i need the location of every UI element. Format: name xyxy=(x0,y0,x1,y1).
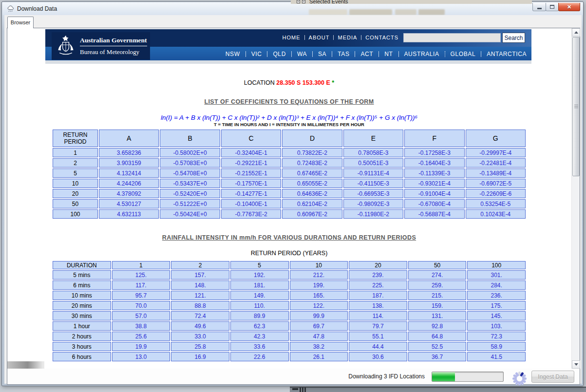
search-input[interactable] xyxy=(403,33,501,42)
state-nav-link-global[interactable]: GLOBAL xyxy=(450,51,477,57)
column-header: RETURN PERIOD xyxy=(53,130,98,147)
data-cell: 199. xyxy=(290,280,348,290)
column-header: C xyxy=(221,130,281,147)
background-window-tab xyxy=(309,9,347,15)
scroll-down-button[interactable] xyxy=(572,360,580,369)
column-header: G xyxy=(466,130,526,147)
data-cell: 274. xyxy=(408,270,467,280)
equation: ln(I) = A + B x (ln(T)) + C x (ln(T))² +… xyxy=(52,114,527,122)
ingest-data-button[interactable]: Ingest Data xyxy=(531,371,574,383)
column-header: F xyxy=(404,130,464,147)
data-cell: 19.9 xyxy=(112,342,170,351)
tab-browser[interactable]: Browser xyxy=(7,17,34,28)
maximize-button[interactable] xyxy=(546,3,559,11)
data-cell: 125. xyxy=(112,270,170,280)
data-cell: 187. xyxy=(349,291,407,300)
data-cell: 4.530127 xyxy=(99,199,159,208)
data-cell: 4.378092 xyxy=(99,189,159,198)
data-cell: -0.17258E-3 xyxy=(404,148,464,157)
state-nav-link-sa[interactable]: SA xyxy=(317,51,327,57)
location-label: LOCATION xyxy=(244,79,275,86)
coefficients-heading: LIST OF COEFFICIENTS TO EQUATIONS OF THE… xyxy=(52,98,527,106)
scrollbar-thumb[interactable] xyxy=(572,37,580,176)
table-row: 54.132414-0.54708E+0-0.21552E-10.67465E-… xyxy=(53,168,526,178)
table-row: 5 mins125.157.192.212.239.274.301. xyxy=(53,270,526,280)
data-cell: 225. xyxy=(349,280,407,290)
nav-separator xyxy=(267,51,267,57)
data-cell: 38.2 xyxy=(290,342,348,351)
data-cell: 0.62104E-2 xyxy=(282,199,342,208)
row-header: 6 mins xyxy=(53,280,111,290)
state-nav-link-vic[interactable]: VIC xyxy=(250,51,263,57)
data-cell: 3.658236 xyxy=(99,148,159,157)
data-cell: 181. xyxy=(230,280,289,290)
data-cell: 131. xyxy=(408,311,467,320)
row-header: 1 xyxy=(53,148,98,157)
nav-separator xyxy=(333,35,334,40)
data-cell: -0.17570E-1 xyxy=(221,179,281,188)
data-cell: 4.244206 xyxy=(99,179,159,188)
minimize-button[interactable] xyxy=(532,3,546,11)
column-header: 100 xyxy=(467,261,526,269)
utility-nav-link-about[interactable]: ABOUT xyxy=(309,35,330,40)
status-message: Downloading 3 IFD Locations xyxy=(348,373,425,380)
window-title: Download Data xyxy=(17,5,57,12)
title-bar: Download Data xyxy=(2,2,583,15)
search-button[interactable]: Search xyxy=(502,33,525,43)
state-nav-link-wa[interactable]: WA xyxy=(296,51,308,57)
data-cell: -0.13489E-4 xyxy=(466,168,526,178)
location-line: LOCATION 28.350 S 153.300 E * xyxy=(52,79,527,87)
data-cell: -0.66953E-3 xyxy=(343,189,403,198)
data-cell: 16.9 xyxy=(171,352,229,361)
state-nav-link-tas[interactable]: TAS xyxy=(337,51,350,57)
row-header: 20 xyxy=(53,189,98,198)
return-period-subheading: RETURN PERIOD (YEARS) xyxy=(52,250,527,257)
data-cell: 36.7 xyxy=(408,352,467,361)
row-header: 30 mins xyxy=(53,311,111,320)
data-cell: 192. xyxy=(230,270,289,280)
arrow-up-icon xyxy=(574,31,578,34)
progress-fill xyxy=(432,372,455,381)
data-cell: 121. xyxy=(171,291,229,300)
bom-header: HOMEABOUTMEDIACONTACTS Search NSWVICQLDW… xyxy=(45,29,531,60)
coefficients-table: RETURN PERIODABCDEFG13.658236-0.58002E+0… xyxy=(52,129,527,220)
utility-nav-link-media[interactable]: MEDIA xyxy=(338,35,357,40)
data-cell: 165. xyxy=(290,291,348,300)
state-nav-link-act[interactable]: ACT xyxy=(359,51,374,57)
data-cell: 22.6 xyxy=(230,352,289,361)
data-cell: 0.60967E-2 xyxy=(282,209,342,219)
browser-tab-page: HOMEABOUTMEDIACONTACTS Search NSWVICQLDW… xyxy=(7,28,580,385)
nav-separator xyxy=(398,51,399,57)
state-nav-link-antarctica[interactable]: ANTARCTICA xyxy=(486,51,528,57)
nav-separator xyxy=(355,51,355,57)
nav-separator xyxy=(304,35,305,40)
scroll-up-button[interactable] xyxy=(572,28,580,37)
utility-nav-link-contacts[interactable]: CONTACTS xyxy=(365,35,398,40)
data-cell: -0.93021E-4 xyxy=(404,179,464,188)
data-cell: -0.53437E+0 xyxy=(160,179,220,188)
data-cell: 57.0 xyxy=(112,311,170,320)
utility-nav-link-home[interactable]: HOME xyxy=(283,35,301,40)
data-cell: 0.50051E-3 xyxy=(343,158,403,168)
vertical-scrollbar[interactable] xyxy=(571,28,580,369)
data-cell: 64.8 xyxy=(408,332,467,341)
row-header: 10 xyxy=(53,179,98,188)
background-window-bottom-fragment xyxy=(290,387,586,392)
state-nav-link-nt[interactable]: NT xyxy=(383,51,394,57)
nav-separator xyxy=(378,51,379,57)
scrollbar-grip-icon xyxy=(574,105,578,109)
bom-web-page: HOMEABOUTMEDIACONTACTS Search NSWVICQLDW… xyxy=(45,29,531,362)
dialog-client-area: Browser HOMEABOUTMEDIACONTACTS Search NS… xyxy=(4,15,582,384)
close-button[interactable]: ✕ xyxy=(558,3,580,11)
state-nav-link-nsw[interactable]: NSW xyxy=(225,51,241,57)
state-nav-link-qld[interactable]: QLD xyxy=(272,51,286,57)
table-row: 10 mins95.7121.149.165.187.215.236. xyxy=(53,291,526,300)
data-cell: 26.1 xyxy=(290,352,348,361)
data-cell: 284. xyxy=(467,280,526,290)
state-nav-link-australia[interactable]: AUSTRALIA xyxy=(403,51,440,57)
data-cell: 0.67465E-2 xyxy=(282,168,342,178)
data-cell: 33.0 xyxy=(171,332,229,341)
data-cell: 0.10243E-4 xyxy=(466,209,526,219)
data-cell: 52.5 xyxy=(408,342,467,351)
background-window-label: Selected Events xyxy=(309,0,348,4)
